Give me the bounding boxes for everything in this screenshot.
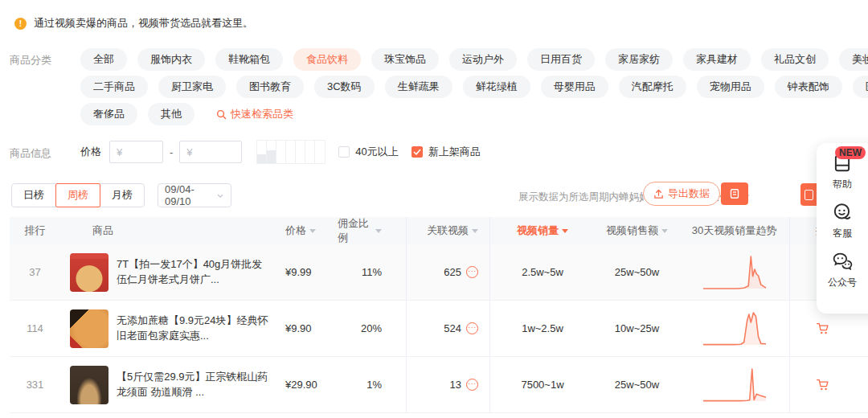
col-trend: 30天视频销量趋势 [679, 217, 789, 244]
category-chip[interactable]: 奢侈品 [80, 103, 137, 125]
customer-service-button[interactable]: 客服 [824, 202, 861, 240]
videos-count: 625 [444, 266, 461, 278]
new-items-checkbox[interactable] [411, 146, 423, 158]
price-distribution-histogram[interactable] [256, 140, 326, 164]
sort-caret-icon [562, 229, 568, 233]
category-chip[interactable]: 鞋靴箱包 [215, 48, 283, 71]
category-chip[interactable]: 汽配摩托 [619, 76, 686, 98]
product-info-controls: 价格 - 40元以上 新上架商品 [80, 140, 481, 164]
category-chip[interactable]: 3C数码 [314, 76, 375, 98]
category-chip[interactable]: 服饰内衣 [137, 48, 205, 71]
quick-search-category-button[interactable]: 快速检索品类 [205, 103, 305, 125]
category-chip[interactable]: 其他 [148, 103, 194, 125]
cart-button[interactable] [816, 322, 829, 335]
info-icon: ! [14, 18, 27, 30]
category-chip[interactable]: 母婴用品 [541, 76, 608, 98]
category-chip[interactable]: 日用百货 [527, 48, 595, 71]
related-videos-icon[interactable]: ··· [466, 322, 478, 334]
price-histogram-cell[interactable] [267, 141, 276, 163]
category-row-3: 奢侈品其他快速检索品类 [80, 103, 812, 125]
videos-count: 13 [450, 379, 461, 391]
col-videos-sort[interactable]: 关联视频 [427, 223, 478, 238]
category-chip[interactable]: 美妆护肤 [839, 48, 868, 71]
category-chip[interactable]: 钟表配饰 [775, 76, 842, 98]
wechat-official-label: 公众号 [828, 276, 857, 289]
category-row-2: 二手商品厨卫家电图书教育3C数码生鲜蔬果鲜花绿植母婴用品汽配摩托宠物用品钟表配饰… [80, 76, 812, 98]
price-max-input[interactable] [179, 141, 242, 163]
category-chip[interactable]: 宠物用品 [697, 76, 764, 98]
category-filter-label: 商品分类 [10, 53, 51, 68]
product-title[interactable]: 【5斤仅需29.9元】正宗铁棍山药龙须面 劲道顺滑 ... [117, 370, 271, 400]
category-chip[interactable]: 图书教育 [236, 76, 304, 98]
help-label: 帮助 [833, 178, 852, 191]
related-videos-icon[interactable]: ··· [466, 379, 478, 391]
category-chip[interactable]: 运动户外 [449, 48, 517, 71]
report-button[interactable] [721, 182, 748, 205]
col-sales-sort[interactable]: 视频销量 [517, 223, 568, 238]
rank-value: 114 [10, 301, 60, 356]
cart-button[interactable] [816, 378, 829, 391]
price-histogram-cell[interactable] [276, 141, 286, 163]
tab-monthly[interactable]: 月榜 [100, 183, 145, 207]
gmv-range: 25w~50w [595, 244, 679, 300]
product-rank-table: 排行 商品 价格 佣金比例 关联视频 视频销量 视频销售额 30天视频销量趋势 … [10, 217, 868, 413]
over-40-checkbox[interactable] [338, 146, 350, 158]
price-histogram-cell[interactable] [315, 141, 325, 163]
rank-value: 37 [10, 244, 60, 300]
new-items-filter[interactable]: 新上架商品 [411, 145, 481, 159]
rank-value: 331 [10, 357, 60, 412]
tab-weekly[interactable]: 周榜 [55, 183, 100, 207]
product-title[interactable]: 7T【拍一发17个】40g月饼批发伍仁月饼老式月饼广... [117, 257, 271, 288]
category-chip[interactable]: 家具建材 [683, 48, 751, 71]
col-price-sort[interactable]: 价格 [285, 223, 316, 238]
over-40-filter[interactable]: 40元以上 [338, 145, 398, 159]
gmv-range: 10w~25w [595, 301, 679, 356]
search-icon [216, 109, 227, 120]
category-chip[interactable]: 家居家纺 [605, 48, 673, 71]
price-histogram-cell[interactable] [305, 141, 315, 163]
related-videos-icon[interactable]: ··· [466, 266, 478, 278]
col-gmv-sort[interactable]: 视频销售额 [606, 223, 668, 238]
export-label: 导出数据 [668, 186, 710, 201]
category-chip[interactable]: 礼品文创 [761, 48, 829, 71]
export-icon [653, 189, 664, 199]
category-chip[interactable]: 鲜花绿植 [463, 76, 530, 98]
sales-range: 1w~2.5w [490, 301, 595, 356]
sort-caret-icon [472, 229, 478, 233]
document-icon [729, 188, 740, 199]
sort-caret-icon [661, 229, 668, 233]
price-histogram-cell[interactable] [286, 141, 296, 163]
date-range-select[interactable]: 09/04-09/10 [158, 183, 231, 207]
tab-daily[interactable]: 日榜 [11, 183, 56, 207]
category-chip[interactable]: 厨卫家电 [158, 76, 226, 98]
date-range-value: 09/04-09/10 [165, 183, 216, 207]
product-title[interactable]: 无添加蔗糖【9.9元24块】经典怀旧老面包家庭实惠... [117, 314, 271, 344]
notice-text: 通过视频卖爆的商品，视频带货选品就看这里。 [34, 16, 253, 31]
price-histogram-cell[interactable] [296, 141, 305, 163]
product-image[interactable] [70, 366, 108, 404]
new-badge: NEW [835, 146, 866, 159]
col-commission-sort[interactable]: 佣金比例 [338, 216, 382, 245]
table-row[interactable]: 114 无添加蔗糖【9.9元24块】经典怀旧老面包家庭实惠... ¥9.90 2… [10, 301, 868, 357]
table-row[interactable]: 331 【5斤仅需29.9元】正宗铁棍山药龙须面 劲道顺滑 ... ¥29.90… [10, 357, 868, 413]
product-image[interactable] [70, 309, 108, 348]
hidden-button-icon [805, 190, 813, 200]
category-chip[interactable]: 全部 [80, 48, 127, 71]
table-row[interactable]: 37 7T【拍一发17个】40g月饼批发伍仁月饼老式月饼广... ¥9.99 1… [10, 244, 868, 301]
product-image[interactable] [70, 253, 108, 292]
new-items-label: 新上架商品 [428, 145, 481, 159]
category-chip[interactable]: 医药保健 [853, 76, 868, 98]
rank-period-tabs: 日榜 周榜 月榜 [11, 183, 145, 207]
category-chip[interactable]: 二手商品 [80, 76, 148, 98]
export-data-button[interactable]: 导出数据 [643, 182, 720, 206]
sales-trend-sparkline [701, 367, 768, 404]
category-chip[interactable]: 珠宝饰品 [371, 48, 439, 71]
notice-bar: ! 通过视频卖爆的商品，视频带货选品就看这里。 [14, 16, 253, 31]
help-button[interactable]: NEW 帮助 [824, 153, 861, 191]
wechat-official-button[interactable]: 公众号 [824, 251, 861, 289]
category-chip[interactable]: 食品饮料 [293, 48, 361, 71]
price-histogram-cell[interactable] [257, 141, 267, 163]
price-min-input[interactable] [109, 141, 163, 163]
table-header-row: 排行 商品 价格 佣金比例 关联视频 视频销量 视频销售额 30天视频销量趋势 … [10, 217, 868, 244]
category-chip[interactable]: 生鲜蔬果 [385, 76, 452, 98]
